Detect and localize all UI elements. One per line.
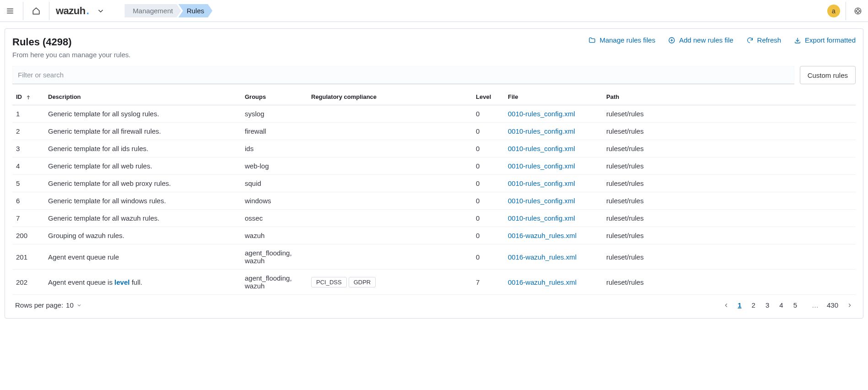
cell-file: 0010-rules_config.xml [504,157,603,175]
table-row[interactable]: 7Generic template for all wazuh rules.os… [12,210,856,227]
cell-path: ruleset/rules [603,123,856,140]
cell-file: 0010-rules_config.xml [504,123,603,140]
page-number[interactable]: 5 [792,300,799,310]
cell-id: 202 [12,270,44,295]
cell-description: Generic template for all firewall rules. [44,123,241,140]
filter-row: Custom rules [12,66,856,84]
folder-icon [588,37,596,44]
cell-groups: wazuh [241,227,307,244]
cell-path: ruleset/rules [603,244,856,270]
cell-path: ruleset/rules [603,227,856,244]
table-header-row: ID Description Groups Regulatory complia… [12,89,856,105]
cell-file: 0010-rules_config.xml [504,210,603,227]
page-body: Rules (4298) From here you can manage yo… [0,22,868,325]
cell-file: 0010-rules_config.xml [504,192,603,210]
custom-rules-button[interactable]: Custom rules [800,66,856,84]
breadcrumb-rules[interactable]: Rules [178,4,212,17]
table-row[interactable]: 6Generic template for all windows rules.… [12,192,856,210]
compliance-badge[interactable]: PCI_DSS [311,277,347,287]
menu-icon[interactable] [4,5,16,17]
page-subtitle: From here you can manage your rules. [12,51,130,59]
table-row[interactable]: 3Generic template for all ids rules.ids0… [12,140,856,157]
col-header-description[interactable]: Description [44,89,241,105]
add-new-rules-file-button[interactable]: Add new rules file [668,36,733,44]
cell-description: Generic template for all ids rules. [44,140,241,157]
cell-level: 0 [472,175,504,192]
cell-description: Generic template for all wazuh rules. [44,210,241,227]
table-row[interactable]: 2Generic template for all firewall rules… [12,123,856,140]
file-link[interactable]: 0010-rules_config.xml [508,179,575,187]
file-link[interactable]: 0010-rules_config.xml [508,127,575,135]
topbar-left: wazuh. Management Rules [4,2,212,20]
col-header-path[interactable]: Path [603,89,856,105]
cell-id: 7 [12,210,44,227]
cell-groups: ossec [241,210,307,227]
cell-groups: windows [241,192,307,210]
logo-dot: . [86,5,89,17]
action-label: Refresh [757,36,782,44]
cell-path: ruleset/rules [603,157,856,175]
table-footer: Rows per page: 10 12345 … 430 [12,295,856,311]
col-header-groups[interactable]: Groups [241,89,307,105]
file-link[interactable]: 0010-rules_config.xml [508,162,575,170]
cell-file: 0010-rules_config.xml [504,140,603,157]
file-link[interactable]: 0016-wazuh_rules.xml [508,278,577,286]
refresh-button[interactable]: Refresh [746,36,782,44]
cell-file: 0016-wazuh_rules.xml [504,227,603,244]
page-number[interactable]: 2 [750,300,757,310]
logo[interactable]: wazuh. [56,5,89,17]
col-header-regulatory[interactable]: Regulatory compliance [307,89,472,105]
home-icon[interactable] [30,5,43,17]
col-header-file[interactable]: File [504,89,603,105]
cell-level: 0 [472,210,504,227]
compliance-badge[interactable]: GDPR [349,277,376,287]
topbar-right: a [827,2,864,20]
avatar[interactable]: a [827,5,840,17]
table-row[interactable]: 5Generic template for all web proxy rule… [12,175,856,192]
breadcrumb-management[interactable]: Management [124,4,181,17]
help-icon[interactable] [852,5,864,17]
page-number[interactable]: 4 [777,300,785,310]
cell-description: Agent event queue is level full. [44,270,241,295]
chevron-down-icon[interactable] [94,5,107,17]
sort-asc-icon [26,95,31,100]
cell-level: 0 [472,140,504,157]
rules-table: ID Description Groups Regulatory complia… [12,89,856,295]
file-link[interactable]: 0016-wazuh_rules.xml [508,253,577,261]
pagination: 12345 … 430 [723,300,853,310]
divider [846,2,846,20]
logo-text: wazuh [56,5,86,17]
cell-path: ruleset/rules [603,192,856,210]
topbar: wazuh. Management Rules a [0,0,868,22]
manage-rules-files-button[interactable]: Manage rules files [588,36,655,44]
rows-per-page-selector[interactable]: Rows per page: 10 [15,301,82,309]
page-number[interactable]: 1 [736,300,743,310]
table-row[interactable]: 200Grouping of wazuh rules.wazuh00016-wa… [12,227,856,244]
export-formatted-button[interactable]: Export formatted [794,36,856,44]
cell-path: ruleset/rules [603,210,856,227]
cell-regulatory [307,140,472,157]
filter-input[interactable] [12,66,794,84]
table-row[interactable]: 4Generic template for all web rules.web-… [12,157,856,175]
cell-regulatory [307,123,472,140]
file-link[interactable]: 0010-rules_config.xml [508,145,575,152]
cell-groups: ids [241,140,307,157]
file-link[interactable]: 0010-rules_config.xml [508,214,575,222]
page-prev-button[interactable] [723,302,729,309]
file-link[interactable]: 0016-wazuh_rules.xml [508,232,577,239]
table-row[interactable]: 202Agent event queue is level full.agent… [12,270,856,295]
action-bar: Manage rules files Add new rules file Re… [588,36,856,44]
action-label: Manage rules files [599,36,655,44]
col-header-id[interactable]: ID [12,89,44,105]
table-row[interactable]: 201Agent event queue ruleagent_flooding,… [12,244,856,270]
cell-id: 4 [12,157,44,175]
file-link[interactable]: 0010-rules_config.xml [508,197,575,205]
page-last[interactable]: 430 [825,300,840,310]
cell-regulatory [307,157,472,175]
col-header-level[interactable]: Level [472,89,504,105]
file-link[interactable]: 0010-rules_config.xml [508,110,575,118]
highlight-term: level [114,278,129,286]
table-row[interactable]: 1Generic template for all syslog rules.s… [12,105,856,123]
page-next-button[interactable] [846,302,853,309]
page-number[interactable]: 3 [764,300,771,310]
